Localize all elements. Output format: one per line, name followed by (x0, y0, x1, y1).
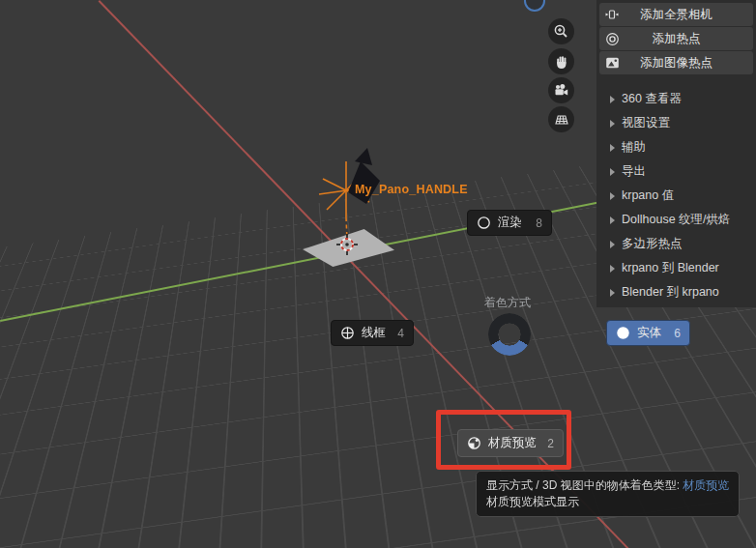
pie-item-wireframe[interactable]: 线框 4 (331, 320, 414, 346)
pie-item-label: 线框 (362, 325, 386, 341)
blender-3d-viewport: My_Pano_HANDLE (0, 0, 756, 548)
rendered-sphere-icon (477, 216, 491, 230)
pan-button[interactable] (548, 48, 574, 74)
button-label: 添加图像热点 (599, 55, 753, 72)
tooltip-line-1: 显示方式 / 3D 视图中的物体着色类型: 材质预览 (486, 477, 729, 494)
zoom-button[interactable] (548, 18, 574, 44)
section-export[interactable]: 导出 (599, 159, 753, 184)
section-dollhouse-bake[interactable]: Dollhouse 纹理/烘焙 (599, 208, 753, 232)
section-label: krpano 值 (622, 187, 674, 204)
shading-tooltip: 显示方式 / 3D 视图中的物体着色类型: 材质预览 材质预览模式显示 (476, 471, 740, 517)
section-label: 视图设置 (622, 115, 670, 131)
button-label: 添加热点 (599, 31, 753, 47)
wireframe-sphere-icon (340, 326, 355, 340)
sidebar-section-list: 360 查看器 视图设置 辅助 导出 krpano 值 Dollhouse 纹理… (599, 87, 753, 304)
pie-item-label: 渲染 (498, 215, 522, 231)
chevron-right-icon (610, 241, 615, 248)
chevron-right-icon (610, 265, 615, 273)
hand-icon (554, 54, 569, 70)
tooltip-text: 显示方式 / 3D 视图中的物体着色类型: (486, 478, 683, 492)
zoom-in-icon (553, 23, 569, 40)
section-krpano-values[interactable]: krpano 值 (599, 184, 753, 208)
pie-menu-title: 着色方式 (450, 295, 566, 311)
pie-item-label: 实体 (637, 325, 661, 341)
pie-item-shortcut: 8 (536, 216, 542, 230)
chevron-right-icon (610, 289, 615, 297)
section-label: Dollhouse 纹理/烘焙 (622, 212, 731, 228)
section-label: 导出 (622, 163, 646, 180)
section-label: 辅助 (622, 139, 646, 156)
chevron-right-icon (610, 144, 615, 152)
add-hotspot-button[interactable]: 添加热点 (599, 27, 753, 50)
object-name-label[interactable]: My_Pano_HANDLE (355, 183, 468, 196)
scene-gizmos (290, 135, 464, 261)
pie-menu-direction-ring[interactable] (488, 313, 531, 356)
add-panorama-camera-button[interactable]: 添加全景相机 (599, 3, 753, 26)
chevron-right-icon (610, 120, 615, 128)
section-view-settings[interactable]: 视图设置 (599, 111, 753, 135)
chevron-right-icon (610, 192, 615, 200)
pie-item-solid[interactable]: 实体 6 (606, 320, 690, 346)
tooltip-highlight-text: 材质预览 (683, 478, 729, 492)
section-label: 360 查看器 (622, 91, 682, 107)
section-360-viewer[interactable]: 360 查看器 (599, 87, 753, 111)
chevron-right-icon (610, 96, 615, 103)
3d-cursor[interactable] (336, 234, 358, 255)
chevron-right-icon (610, 216, 615, 224)
button-label: 添加全景相机 (599, 7, 753, 23)
pie-item-shortcut: 4 (397, 327, 404, 340)
camera-view-button[interactable] (548, 77, 574, 103)
ortho-toggle-button[interactable] (548, 106, 574, 132)
tooltip-line-2: 材质预览模式显示 (486, 494, 729, 510)
solid-sphere-icon (616, 326, 630, 340)
section-krpano-to-blender[interactable]: krpano 到 Blender (599, 256, 753, 280)
pie-item-render[interactable]: 渲染 8 (467, 210, 552, 236)
chevron-right-icon (610, 168, 615, 176)
pie-item-shortcut: 6 (674, 327, 681, 340)
section-polygon-hotspot[interactable]: 多边形热点 (599, 232, 753, 256)
perspective-grid-icon (554, 112, 569, 128)
section-assist[interactable]: 辅助 (599, 135, 753, 159)
section-label: krpano 到 Blender (622, 260, 719, 276)
krpano-sidebar-panel: 添加全景相机 添加热点 添加图像热点 (596, 0, 756, 307)
section-blender-to-krpano[interactable]: Blender 到 krpano (599, 280, 753, 304)
section-label: 多边形热点 (622, 236, 683, 252)
movie-camera-icon (554, 83, 569, 99)
annotation-highlight-rectangle (436, 410, 571, 470)
add-image-hotspot-button[interactable]: 添加图像热点 (599, 51, 753, 74)
section-label: Blender 到 krpano (622, 284, 719, 301)
